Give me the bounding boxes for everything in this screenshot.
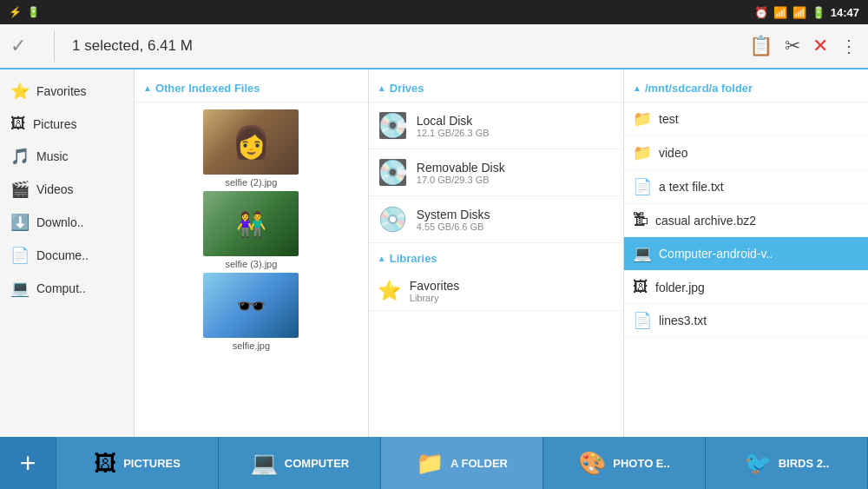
computer-file-icon: 💻: [633, 244, 652, 263]
folder-item-video[interactable]: 📁 video: [624, 136, 868, 170]
tab-computer[interactable]: 💻 COMPUTER: [219, 437, 381, 489]
documents-icon: 📄: [10, 246, 30, 265]
drive-system-size: 4.55 GB/6.6 GB: [417, 221, 490, 232]
image-file-icon: 🖼: [633, 278, 648, 296]
tab-afolder[interactable]: 📁 A FOLDER: [381, 437, 543, 489]
drive-local-info: Local Disk 12.1 GB/26.3 GB: [417, 114, 490, 138]
drive-system[interactable]: 💿 System Disks 4.55 GB/6.6 GB: [369, 196, 623, 243]
sidebar-item-favorites[interactable]: ⭐ Favorites: [0, 75, 134, 108]
add-icon: +: [20, 447, 36, 479]
sidebar-item-documents[interactable]: 📄 Docume..: [0, 239, 134, 272]
folder-arrow-icon: ▲: [633, 83, 641, 93]
folder-icon: 📁: [633, 109, 652, 129]
add-tab-button[interactable]: +: [0, 437, 56, 489]
sidebar-item-pictures[interactable]: 🖼 Pictures: [0, 108, 134, 140]
usb-icon: ⚡: [9, 6, 22, 18]
sidebar-item-label: Favorites: [36, 84, 87, 98]
folder-panel-title: /mnt/sdcard/a folder: [645, 82, 753, 95]
indexed-files-header: ▲ Other Indexed Files: [135, 76, 368, 102]
copy-button[interactable]: 📋: [749, 35, 773, 57]
folder-item-label: a text file.txt: [659, 180, 724, 194]
drive-removable-name: Removable Disk: [417, 161, 505, 175]
favorites-icon: ⭐: [10, 82, 30, 101]
sidebar-item-videos[interactable]: 🎬 Videos: [0, 173, 134, 206]
library-favorites[interactable]: ⭐ Favorites Library: [369, 272, 623, 311]
panels: ▲ Other Indexed Files selfie (2).jpg sel…: [135, 69, 868, 437]
header-arrow-icon: ▲: [143, 83, 152, 93]
battery-icon: 🔋: [812, 6, 825, 19]
selection-info: 1 selected, 6.41 M: [63, 37, 740, 55]
list-item[interactable]: selfie.jpg: [141, 273, 361, 351]
sidebar-item-computer[interactable]: 💻 Comput..: [0, 272, 134, 305]
drive-local[interactable]: 💽 Local Disk 12.1 GB/26.3 GB: [369, 102, 623, 149]
folder-item-folder-jpg[interactable]: 🖼 folder.jpg: [624, 271, 868, 304]
text-file-icon: 📄: [633, 177, 652, 196]
folder-item-label: folder.jpg: [655, 281, 705, 294]
folder-item-textfile[interactable]: 📄 a text file.txt: [624, 170, 868, 204]
sidebar-item-downloads[interactable]: ⬇️ Downlo..: [0, 206, 134, 239]
tab-photoe-label: PHOTO E..: [613, 457, 670, 470]
list-item[interactable]: selfie (2).jpg: [141, 109, 361, 188]
tab-bar: + 🖼 PICTURES 💻 COMPUTER 📁 A FOLDER 🎨 PHO…: [0, 437, 868, 489]
delete-button[interactable]: ✕: [812, 35, 828, 57]
downloads-icon: ⬇️: [10, 213, 30, 232]
sidebar-item-label: Comput..: [36, 281, 86, 295]
sidebar-item-label: Videos: [36, 182, 74, 196]
sidebar-item-label: Docume..: [36, 248, 89, 262]
library-favorites-name: Favorites: [410, 279, 460, 293]
indexed-files-panel: ▲ Other Indexed Files selfie (2).jpg sel…: [135, 69, 369, 437]
folder-item-label: Computer-android-v..: [659, 247, 773, 261]
tab-pictures[interactable]: 🖼 PICTURES: [56, 437, 219, 489]
status-right-icons: ⏰ 📶 📶 🔋 14:47: [754, 6, 859, 19]
folder-item-lines3[interactable]: 📄 lines3.txt: [624, 304, 868, 338]
action-icons: 📋 ✂ ✕ ⋮: [749, 35, 858, 57]
libraries-header: ▲ Libraries: [369, 247, 623, 272]
file-label: selfie.jpg: [233, 340, 270, 351]
drive-local-name: Local Disk: [417, 114, 490, 128]
drives-title: Drives: [390, 82, 424, 95]
text-lines-icon: 📄: [633, 311, 652, 330]
videos-icon: 🎬: [10, 180, 30, 199]
folder-item-label: lines3.txt: [659, 314, 707, 327]
main-content: ⭐ Favorites 🖼 Pictures 🎵 Music 🎬 Videos …: [0, 69, 868, 437]
folder-item-computer-android[interactable]: 💻 Computer-android-v..: [624, 237, 868, 271]
drive-local-size: 12.1 GB/26.3 GB: [417, 128, 490, 138]
drive-system-name: System Disks: [417, 208, 490, 221]
libraries-title: Libraries: [390, 252, 437, 265]
sidebar: ⭐ Favorites 🖼 Pictures 🎵 Music 🎬 Videos …: [0, 69, 135, 437]
sidebar-item-music[interactable]: 🎵 Music: [0, 140, 134, 173]
list-item[interactable]: selfie (3).jpg: [141, 191, 361, 269]
libraries-arrow-icon: ▲: [378, 254, 386, 263]
archive-icon: 🗜: [633, 211, 648, 229]
folder-item-label: test: [659, 112, 679, 126]
pictures-tab-icon: 🖼: [94, 450, 116, 477]
cut-button[interactable]: ✂: [785, 35, 800, 57]
drives-header: ▲ Drives: [369, 76, 623, 102]
favorites-lib-icon: ⭐: [378, 280, 401, 302]
thumbnail-selfie: [203, 273, 299, 338]
more-options-button[interactable]: ⋮: [840, 36, 858, 56]
thumbnail-selfie2: [203, 109, 299, 175]
folder-item-test[interactable]: 📁 test: [624, 102, 868, 136]
drive-removable[interactable]: 💽 Removable Disk 17.0 GB/29.3 GB: [369, 149, 623, 196]
photoe-tab-icon: 🎨: [578, 450, 606, 477]
alarm-icon: ⏰: [754, 6, 768, 19]
pictures-icon: 🖼: [10, 115, 26, 133]
drives-panel: ▲ Drives 💽 Local Disk 12.1 GB/26.3 GB 💽 …: [369, 69, 624, 437]
check-button[interactable]: ✓: [10, 35, 45, 57]
tab-birds[interactable]: 🐦 BIRDS 2..: [706, 437, 868, 489]
sidebar-item-label: Downlo..: [36, 215, 83, 229]
drive-removable-size: 17.0 GB/29.3 GB: [417, 175, 505, 185]
music-icon: 🎵: [10, 147, 30, 166]
wifi-icon: 📶: [773, 6, 787, 19]
indexed-files-grid: selfie (2).jpg selfie (3).jpg selfie.jpg: [135, 102, 368, 358]
folder-item-label: casual archive.bz2: [655, 214, 756, 228]
tab-photoe[interactable]: 🎨 PHOTO E..: [543, 437, 706, 489]
tab-pictures-label: PICTURES: [123, 457, 181, 470]
drives-arrow-icon: ▲: [378, 83, 386, 93]
folder-item-archive[interactable]: 🗜 casual archive.bz2: [624, 204, 868, 237]
folder-panel: ▲ /mnt/sdcard/a folder 📁 test 📁 video 📄 …: [624, 69, 868, 437]
folder-icon: 📁: [633, 143, 652, 162]
computer-icon: 💻: [10, 279, 30, 298]
file-label: selfie (3).jpg: [225, 259, 277, 269]
